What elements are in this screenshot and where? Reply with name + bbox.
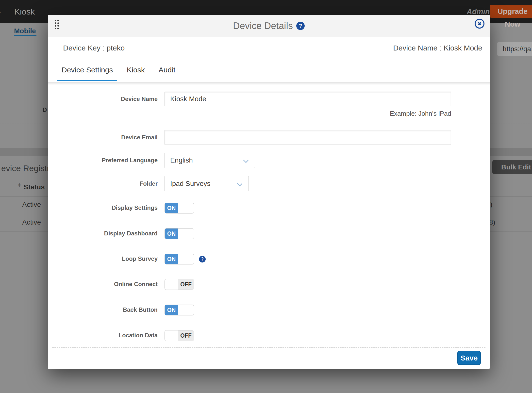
tab-mobile[interactable]: Mobile	[14, 27, 36, 35]
tab-kiosk[interactable]: Kiosk	[122, 59, 149, 81]
modal-tabs: Device Settings Kiosk Audit	[48, 59, 490, 81]
device-name-helper: Example: John's iPad	[343, 110, 451, 117]
upgrade-now-button[interactable]: Upgrade Now	[490, 5, 532, 18]
folder-value: Ipad Surveys	[170, 176, 210, 191]
modal-title-wrap: Device Details ?	[48, 15, 490, 37]
sort-icon[interactable]: ▲ ▼	[18, 183, 21, 187]
toggle-knob	[165, 279, 178, 290]
table-row-partial-text: 8)	[489, 218, 495, 226]
page-title: Kiosk	[14, 0, 35, 23]
chevron-down-icon	[243, 158, 248, 163]
toggle-on-state: ON	[165, 305, 178, 315]
online-connect-label: Online Connect	[72, 281, 158, 288]
table-row-status: Active	[22, 201, 41, 209]
save-button[interactable]: Save	[457, 351, 481, 365]
preferred-language-label: Preferred Language	[72, 157, 158, 164]
breadcrumb-chevron-icon: ›	[0, 0, 1, 23]
loop-survey-help-icon[interactable]: ?	[199, 256, 206, 262]
tab-audit[interactable]: Audit	[154, 59, 180, 81]
folder-select[interactable]: Ipad Surveys	[165, 176, 249, 191]
device-registration-heading: evice Registr	[1, 164, 50, 173]
display-dashboard-toggle[interactable]: ON	[165, 228, 194, 239]
device-email-input[interactable]	[165, 130, 451, 145]
device-name-text: Device Name : Kiosk Mode	[393, 37, 482, 59]
partial-label: D	[43, 106, 47, 113]
device-name-input[interactable]	[165, 92, 451, 106]
display-settings-toggle[interactable]: ON	[165, 203, 194, 213]
modal-title: Device Details	[233, 21, 293, 31]
location-data-label: Location Data	[72, 332, 158, 339]
tab-device-settings[interactable]: Device Settings	[57, 59, 117, 81]
toggle-on-state: ON	[165, 229, 178, 239]
display-dashboard-label: Display Dashboard	[72, 230, 158, 237]
table-row-status: Active	[22, 218, 41, 226]
screen: › Kiosk Admin Upgrade Now Mobile https:/…	[0, 0, 532, 393]
help-icon[interactable]: ?	[296, 22, 305, 30]
status-column-header[interactable]: Status	[24, 183, 45, 191]
toggle-on-state: ON	[165, 254, 178, 264]
bulk-edit-devices-button[interactable]: Bulk Edit Dev	[492, 160, 532, 174]
loop-survey-toggle[interactable]: ON	[165, 254, 194, 264]
toggle-off-state: OFF	[178, 279, 194, 290]
preferred-language-value: English	[170, 153, 193, 168]
table-row-partial-text: )	[490, 201, 492, 209]
folder-label: Folder	[72, 180, 158, 187]
url-field[interactable]: https://qa.	[497, 42, 532, 56]
back-button-label: Back Button	[72, 306, 158, 313]
toggle-knob	[165, 330, 178, 341]
preferred-language-select[interactable]: English	[165, 153, 255, 168]
tab-shadow	[48, 82, 490, 85]
footer-dashed-divider	[52, 347, 485, 348]
location-data-toggle[interactable]: OFF	[165, 330, 194, 341]
chevron-down-icon	[237, 181, 242, 186]
close-icon[interactable]: ✖	[475, 19, 484, 29]
toggle-off-state: OFF	[178, 330, 194, 341]
device-details-modal: Device Details ? ✖ Device Key : pteko De…	[48, 15, 490, 369]
device-key-text: Device Key : pteko	[63, 37, 125, 59]
online-connect-toggle[interactable]: OFF	[165, 279, 194, 290]
back-button-toggle[interactable]: ON	[165, 305, 194, 315]
loop-survey-label: Loop Survey	[72, 255, 158, 262]
toggle-on-state: ON	[165, 203, 178, 213]
display-settings-label: Display Settings	[72, 204, 158, 211]
modal-header: Device Details ? ✖	[48, 15, 490, 37]
device-email-label: Device Email	[72, 134, 158, 141]
sort-down-icon: ▼	[18, 185, 21, 187]
modal-subheader: Device Key : pteko Device Name : Kiosk M…	[48, 37, 490, 59]
device-name-label: Device Name	[72, 96, 158, 102]
tab-mobile-underline	[14, 35, 36, 36]
